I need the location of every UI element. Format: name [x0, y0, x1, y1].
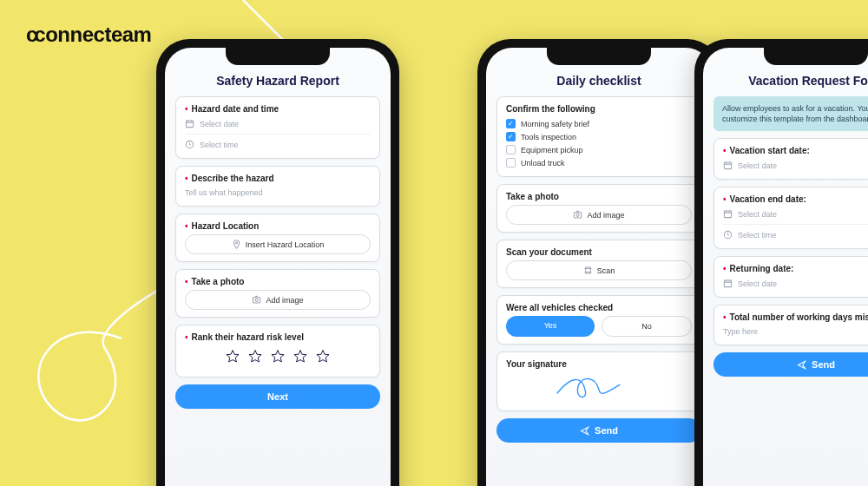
svg-point-2: [235, 242, 237, 244]
field-take-photo: •Take a photo Add image: [175, 269, 380, 318]
checklist-item[interactable]: Equipment pickup: [506, 143, 692, 156]
star-icon[interactable]: [315, 349, 331, 368]
clock-icon: [723, 230, 733, 240]
checklist-item[interactable]: ✓Morning safety brief: [506, 117, 692, 130]
label-return: Returning date:: [730, 264, 794, 273]
select-time-row[interactable]: Select time: [185, 134, 371, 151]
label-photo: Take a photo: [506, 192, 559, 201]
star-icon[interactable]: [225, 349, 240, 368]
field-confirm: Confirm the following ✓Morning safety br…: [496, 96, 701, 177]
checkbox[interactable]: ✓: [506, 119, 516, 128]
label-hazard-datetime: Hazard date and time: [192, 104, 279, 114]
field-hazard-location: •Hazard Location Insert Hazard Location: [175, 213, 380, 262]
checklist-item-label: Morning safety brief: [521, 120, 589, 128]
field-rank-risk: •Rank their hazard risk level: [175, 325, 380, 378]
svg-rect-5: [575, 213, 582, 218]
label-rank: Rank their hazard risk level: [192, 332, 305, 342]
field-signature[interactable]: Your signature: [496, 351, 701, 411]
phone-safety-hazard: Safety Hazard Report •Hazard date and ti…: [156, 39, 399, 486]
field-vehicles-checked: Were all vehicles checked Yes No: [496, 295, 701, 345]
scan-button[interactable]: Scan: [506, 260, 692, 280]
select-time-row[interactable]: Select time: [723, 224, 868, 241]
add-image-button[interactable]: Add image: [185, 290, 371, 310]
label-vehicles: Were all vehicles checked: [506, 303, 613, 312]
next-button[interactable]: Next: [175, 384, 380, 409]
field-hazard-datetime: •Hazard date and time Select date Select…: [175, 96, 380, 159]
phone-notch: [547, 48, 651, 65]
info-banner: Allow employees to ask for a vacation. Y…: [713, 96, 868, 131]
send-icon: [797, 360, 806, 370]
calendar-icon: [723, 279, 733, 288]
field-returning-date: •Returning date: Select date: [713, 256, 868, 298]
no-button[interactable]: No: [602, 316, 692, 337]
describe-placeholder: Tell us what happened: [185, 188, 263, 197]
page-title: Vacation Request Form: [713, 74, 868, 88]
phone-notch: [764, 48, 868, 65]
checklist-item-label: Equipment pickup: [521, 146, 583, 154]
svg-point-4: [255, 299, 258, 301]
field-scan-document: Scan your document Scan: [496, 240, 701, 288]
send-button[interactable]: Send: [713, 352, 868, 377]
checkbox[interactable]: [506, 158, 516, 167]
svg-rect-3: [253, 298, 260, 303]
phone-daily-checklist: Daily checklist Confirm the following ✓M…: [477, 39, 720, 486]
checkbox[interactable]: ✓: [506, 132, 516, 141]
calendar-icon: [185, 119, 194, 128]
select-date-row[interactable]: Select date: [723, 159, 868, 172]
field-vacation-end: •Vacation end date: Select date Select t…: [713, 187, 868, 249]
star-icon[interactable]: [247, 349, 263, 368]
field-vacation-start: •Vacation start date: Select date: [713, 138, 868, 180]
signature-canvas[interactable]: [506, 372, 692, 400]
svg-rect-7: [724, 162, 731, 169]
field-describe-hazard[interactable]: •Describe the hazard Tell us what happen…: [175, 166, 380, 207]
svg-rect-8: [724, 211, 731, 218]
clock-icon: [185, 140, 194, 149]
connecteam-logo: cconnecteamconnecteam: [26, 23, 151, 47]
label-signature: Your signature: [506, 359, 567, 369]
add-image-button[interactable]: Add image: [506, 205, 692, 225]
pin-icon: [232, 240, 241, 249]
select-date-row[interactable]: Select date: [723, 277, 868, 290]
checklist-item-label: Unload truck: [521, 159, 565, 167]
field-days-missed[interactable]: •Total number of working days missed: Ty…: [713, 305, 868, 345]
svg-rect-10: [724, 280, 731, 287]
calendar-icon: [723, 209, 733, 219]
send-icon: [580, 426, 589, 436]
send-button[interactable]: Send: [496, 418, 701, 443]
scanner-icon: [583, 266, 593, 275]
checklist-item[interactable]: Unload truck: [506, 156, 692, 169]
camera-icon: [573, 210, 582, 220]
star-icon[interactable]: [270, 349, 286, 368]
svg-point-6: [576, 213, 579, 216]
camera-icon: [252, 295, 261, 305]
phone-notch: [226, 48, 330, 65]
label-confirm: Confirm the following: [506, 104, 595, 114]
checklist-item-label: Tools inspection: [521, 133, 576, 141]
label-describe: Describe the hazard: [192, 174, 274, 183]
star-rating[interactable]: [185, 345, 371, 370]
phone-vacation-request: Vacation Request Form Allow employees to…: [694, 39, 868, 486]
star-icon[interactable]: [293, 349, 308, 368]
select-date-row[interactable]: Select date: [723, 207, 868, 220]
label-days: Total number of working days missed:: [730, 312, 868, 322]
select-date-row[interactable]: Select date: [185, 117, 371, 130]
calendar-icon: [723, 161, 733, 170]
label-end: Vacation end date:: [730, 194, 806, 204]
type-here-placeholder: Type here: [723, 327, 758, 336]
checklist-item[interactable]: ✓Tools inspection: [506, 130, 692, 143]
field-take-photo: Take a photo Add image: [496, 184, 701, 233]
yes-button[interactable]: Yes: [506, 316, 595, 337]
page-title: Safety Hazard Report: [175, 74, 380, 88]
insert-location-button[interactable]: Insert Hazard Location: [185, 234, 371, 254]
label-location: Hazard Location: [192, 221, 260, 231]
label-scan: Scan your document: [506, 247, 592, 257]
label-photo: Take a photo: [192, 277, 245, 286]
checkbox[interactable]: [506, 145, 516, 154]
page-title: Daily checklist: [496, 74, 701, 88]
label-start: Vacation start date:: [730, 146, 810, 155]
svg-rect-0: [186, 121, 193, 128]
